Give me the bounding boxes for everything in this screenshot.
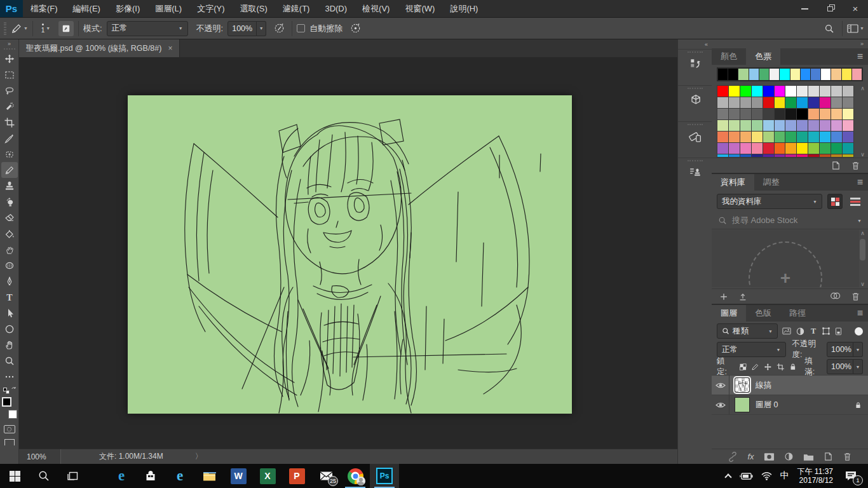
new-swatch-button[interactable] (831, 161, 841, 170)
recent-swatch[interactable] (852, 69, 862, 80)
layer-thumbnail[interactable] (735, 397, 750, 412)
clone-stamp-tool[interactable] (1, 178, 18, 194)
swatch[interactable] (763, 86, 774, 97)
recent-swatch[interactable] (718, 69, 728, 80)
menu-item-window[interactable]: 視窗(W) (397, 0, 442, 17)
taskbar-clock[interactable]: 下午 11:37 2017/8/12 (797, 467, 833, 485)
minimize-button[interactable] (792, 0, 817, 17)
swatch[interactable] (729, 120, 740, 131)
delete-library-item-button[interactable] (851, 292, 860, 301)
marquee-tool[interactable] (1, 67, 18, 83)
tab-layers-圖層[interactable]: 圖層 (712, 305, 746, 322)
lock-position-icon[interactable] (764, 363, 772, 371)
swatch[interactable] (740, 132, 751, 142)
swatch[interactable] (740, 143, 751, 154)
more-tools-tool[interactable] (1, 369, 18, 384)
taskbar-start[interactable] (0, 464, 29, 488)
recent-swatch[interactable] (842, 69, 851, 80)
filter-shape-layers-icon[interactable] (822, 327, 831, 336)
recent-swatch[interactable] (770, 69, 779, 80)
add-content-button[interactable] (719, 292, 728, 301)
screen-mode-button[interactable] (4, 439, 15, 445)
swatch[interactable] (808, 143, 819, 154)
swatch[interactable] (820, 109, 831, 119)
swatch[interactable] (797, 143, 808, 154)
swatch[interactable] (785, 120, 796, 131)
recent-swatch[interactable] (821, 69, 831, 80)
menu-item-file[interactable]: 檔案(F) (23, 0, 65, 17)
lock-artboard-icon[interactable] (776, 363, 785, 371)
swatch[interactable] (797, 97, 808, 108)
grid-view-button[interactable] (827, 194, 843, 209)
brush-preset-picker[interactable]: 1 ▼ (37, 20, 54, 37)
taskbar-edge[interactable]: e (107, 464, 136, 488)
opacity-dropdown-button[interactable]: ▼ (257, 21, 266, 36)
swatch[interactable] (808, 86, 819, 97)
swatch[interactable] (785, 86, 796, 97)
taskbar-word[interactable]: W (224, 464, 253, 488)
swatch[interactable] (775, 86, 785, 97)
swatch[interactable] (843, 109, 853, 119)
magic-wand-tool[interactable] (1, 98, 18, 114)
swatch[interactable] (763, 109, 774, 119)
recent-swatch[interactable] (801, 69, 810, 80)
delete-layer-button[interactable] (843, 452, 852, 461)
taskbar-mail[interactable]: 25 (311, 464, 341, 488)
menu-item-image[interactable]: 影像(I) (108, 0, 147, 17)
scroll-up-icon[interactable]: ∧ (860, 85, 865, 92)
dock-panel-device-preview[interactable] (678, 121, 712, 158)
lock-all-icon[interactable] (789, 362, 797, 371)
swatch[interactable] (775, 109, 785, 119)
swatch[interactable] (797, 132, 808, 142)
tab-swatches-色票[interactable]: 色票 (746, 48, 780, 65)
swatch[interactable] (843, 97, 853, 108)
smudge-tool[interactable] (1, 241, 18, 257)
swatch[interactable] (808, 132, 819, 142)
workspace-switcher[interactable]: ▼ (847, 20, 864, 37)
swatch[interactable] (740, 97, 751, 108)
swatch[interactable] (717, 86, 728, 97)
swatches-scrollbar[interactable]: ∧∨ (858, 85, 867, 158)
layer-style-button[interactable]: fx (747, 452, 754, 461)
filter-pixel-layers-icon[interactable] (782, 327, 792, 336)
zoom-tool[interactable] (1, 353, 18, 369)
swatch[interactable] (717, 143, 728, 154)
swatch[interactable] (831, 143, 842, 154)
recent-swatch[interactable] (780, 69, 789, 80)
foreground-color-chip[interactable] (2, 397, 11, 407)
dock-expand-button[interactable]: « (678, 39, 712, 49)
menu-item-help[interactable]: 說明(H) (442, 0, 485, 17)
swatch[interactable] (820, 86, 831, 97)
swatch[interactable] (820, 143, 831, 154)
recent-swatch[interactable] (811, 69, 820, 80)
filter-type-layers-icon[interactable]: T (809, 327, 818, 336)
layer-opacity-field[interactable]: 100% (827, 342, 853, 357)
menu-item-type[interactable]: 文字(Y) (189, 0, 232, 17)
library-select[interactable]: 我的資料庫▼ (717, 194, 822, 209)
default-colors-control[interactable] (1, 386, 18, 395)
taskbar-excel[interactable]: X (253, 464, 282, 488)
layer-fill-dropdown[interactable]: ▼ (853, 359, 863, 374)
tab-libraries-資料庫[interactable]: 資料庫 (712, 174, 754, 191)
swatch[interactable] (729, 86, 740, 97)
tab-layers-路徑[interactable]: 路徑 (780, 305, 815, 322)
libraries-scrollbar[interactable]: ∧∨ (858, 230, 867, 287)
layer-row[interactable]: 線搞 (712, 376, 868, 395)
menu-item-layer[interactable]: 圖層(L) (147, 0, 189, 17)
zoom-level-field[interactable]: 100% (19, 449, 61, 464)
recent-swatch[interactable] (738, 69, 748, 80)
filter-toggle-button[interactable] (855, 327, 863, 336)
taskbar-internet-explorer[interactable]: e (165, 464, 194, 488)
layer-visibility-toggle[interactable] (712, 376, 729, 395)
blend-mode-select[interactable]: 正常▼ (107, 21, 188, 36)
swatch[interactable] (729, 97, 740, 108)
swatch[interactable] (785, 143, 796, 154)
swatch[interactable] (752, 109, 763, 119)
swatch[interactable] (831, 120, 842, 131)
swatch[interactable] (785, 97, 796, 108)
swatch[interactable] (729, 109, 740, 119)
paint-bucket-tool[interactable] (1, 226, 18, 241)
quick-mask-button[interactable] (4, 425, 15, 433)
swatch[interactable] (763, 132, 774, 142)
swatch[interactable] (843, 143, 853, 154)
